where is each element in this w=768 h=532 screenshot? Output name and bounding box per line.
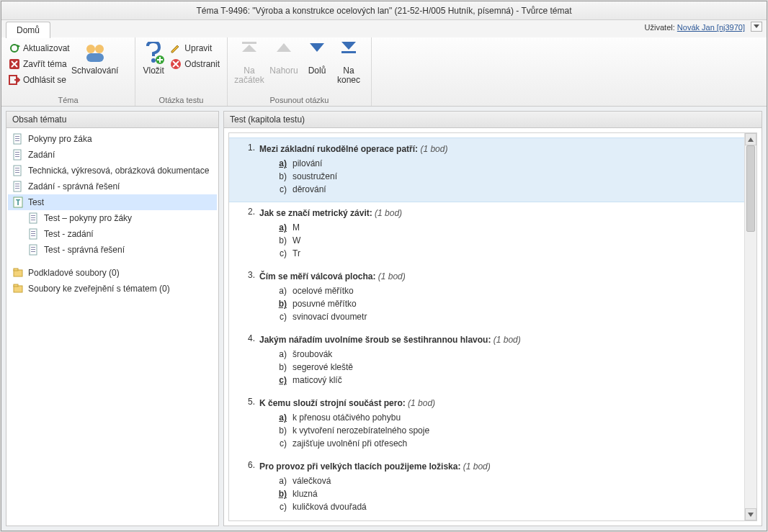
- sidebar-item-label: Pokyny pro žáka: [28, 134, 92, 144]
- answer-row[interactable]: b)W: [274, 234, 730, 247]
- svg-rect-24: [15, 156, 19, 157]
- zavrit-label: Zavřít téma: [23, 59, 67, 69]
- svg-marker-52: [748, 513, 754, 517]
- answer-row[interactable]: c)děrování: [274, 183, 730, 196]
- tab-home[interactable]: Domů: [6, 22, 50, 38]
- svg-rect-31: [15, 186, 19, 186]
- aktualizovat-label: Aktualizovat: [23, 43, 70, 53]
- answer-row[interactable]: a)ocelové měřítko: [274, 284, 730, 297]
- odhlasit-button[interactable]: Odhlásit se: [6, 72, 73, 88]
- question-row[interactable]: 5.K čemu slouží strojní součást pero: (1…: [229, 392, 744, 456]
- nahoru-button[interactable]: Nahoru: [267, 40, 301, 94]
- question-number: 5.: [244, 397, 255, 450]
- vertical-scrollbar[interactable]: [744, 133, 756, 520]
- upravit-button[interactable]: Upravit: [167, 40, 223, 56]
- answer-label: c): [274, 500, 287, 513]
- vlozit-button[interactable]: Vložit: [140, 40, 167, 94]
- answer-row[interactable]: c)zajišťuje uvolnění při otřesech: [274, 437, 730, 450]
- vlozit-label: Vložit: [143, 66, 164, 76]
- answer-row[interactable]: a)k přenosu otáčivého pohybu: [274, 411, 730, 424]
- question-points: (1 bod): [494, 335, 521, 345]
- aktualizovat-button[interactable]: Aktualizovat: [6, 40, 73, 56]
- dolu-button[interactable]: Dolů: [301, 40, 333, 94]
- sidebar-item-label: Podkladové soubory (0): [28, 268, 120, 278]
- answer-row[interactable]: a)M: [274, 221, 730, 234]
- group-tema-label: Téma: [6, 94, 130, 104]
- scroll-up-button[interactable]: [745, 133, 756, 145]
- answer-row[interactable]: a)válečková: [274, 474, 730, 487]
- sidebar-item-label: Test: [28, 197, 44, 207]
- sidebar-item-label: Zadání - správná řešení: [28, 181, 120, 191]
- svg-rect-37: [31, 217, 35, 218]
- svg-rect-26: [15, 168, 19, 168]
- answer-row[interactable]: b)segerové kleště: [274, 361, 730, 374]
- na-konec-button[interactable]: Na konec: [333, 40, 365, 94]
- sidebar-item[interactable]: Zadání - správná řešení: [8, 179, 217, 194]
- approval-icon: [84, 42, 107, 65]
- answer-text: W: [293, 234, 300, 247]
- question-row[interactable]: 2.Jak se značí metrický závit: (1 bod)a)…: [229, 202, 744, 266]
- zavrit-tema-button[interactable]: Zavřít téma: [6, 56, 73, 72]
- svg-rect-48: [14, 269, 18, 271]
- answer-text: ocelové měřítko: [293, 284, 354, 297]
- odstranit-button[interactable]: Odstranit: [167, 56, 223, 72]
- svg-marker-14: [310, 43, 324, 52]
- answer-row[interactable]: a)pilování: [274, 157, 730, 170]
- question-row[interactable]: 4.Jakým nářadím uvolníme šroub se šestih…: [229, 329, 744, 392]
- move-top-icon: [238, 42, 261, 65]
- question-text: Pro provoz při velkých tlacích použijeme…: [259, 461, 463, 472]
- sidebar-item[interactable]: Soubory ke zveřejnění s tématem (0): [8, 281, 217, 297]
- chevron-down-icon: [754, 24, 759, 29]
- scroll-thumb[interactable]: [746, 145, 755, 232]
- schvalovani-button[interactable]: Schvalování: [74, 40, 116, 94]
- sidebar-item[interactable]: Technická, výkresová, obrázková dokument…: [8, 163, 217, 179]
- answer-row[interactable]: c)kuličková dvouřadá: [274, 500, 730, 513]
- sidebar-item[interactable]: Pokyny pro žáka: [8, 131, 217, 147]
- question-number: 2.: [244, 207, 255, 260]
- sidebar-item[interactable]: Test – pokyny pro žáky: [8, 210, 217, 226]
- move-down-icon: [305, 42, 329, 65]
- answer-label: c): [274, 437, 287, 450]
- answer-row[interactable]: c)maticový klíč: [274, 374, 730, 387]
- answer-row[interactable]: b)k vytvoření nerozebíratelného spoje: [274, 424, 730, 437]
- answer-row[interactable]: b)kluzná: [274, 487, 730, 500]
- svg-rect-46: [31, 251, 35, 252]
- question-row[interactable]: 6.Pro provoz při velkých tlacích použije…: [229, 456, 744, 519]
- sidebar-item[interactable]: Zadání: [8, 147, 217, 163]
- answer-text: k vytvoření nerozebíratelného spoje: [293, 424, 429, 437]
- answer-row[interactable]: c)svinovací dvoumetr: [274, 310, 730, 323]
- answer-label: b): [274, 361, 287, 374]
- document-icon: [12, 149, 24, 161]
- question-number: 3.: [244, 270, 255, 323]
- answer-row[interactable]: c)Tr: [274, 247, 730, 260]
- sidebar-item[interactable]: Test - zadání: [8, 226, 217, 242]
- answer-text: Tr: [293, 247, 300, 260]
- answer-row[interactable]: b)soustružení: [274, 170, 730, 183]
- answer-label: c): [274, 310, 287, 323]
- svg-rect-7: [86, 53, 104, 62]
- question-list-scroll[interactable]: 1.Mezi základní rukodělné operace patří:…: [229, 133, 744, 520]
- document-icon: [28, 212, 40, 224]
- delete-icon: [170, 58, 182, 70]
- question-row[interactable]: 7.Náplň v převodových skříních je: (1 bo…: [229, 519, 744, 520]
- user-menu-dropdown[interactable]: [751, 22, 762, 32]
- window-title: Téma T-9496: "Výroba a konstrukce ocelov…: [1, 1, 767, 20]
- answer-label: a): [274, 221, 287, 234]
- answer-row[interactable]: b)posuvné měřítko: [274, 297, 730, 310]
- svg-point-5: [86, 45, 95, 53]
- question-row[interactable]: 1.Mezi základní rukodělné operace patří:…: [229, 137, 744, 202]
- sidebar-item[interactable]: TTest: [8, 194, 217, 210]
- question-text: K čemu slouží strojní součást pero:: [259, 398, 408, 408]
- answer-row[interactable]: a)šroubovák: [274, 348, 730, 361]
- sidebar-item[interactable]: Podkladové soubory (0): [8, 265, 217, 281]
- sidebar-item[interactable]: Test - správná řešení: [8, 242, 217, 258]
- na-zacatek-button[interactable]: Na začátek: [232, 40, 267, 94]
- scroll-down-button[interactable]: [745, 508, 756, 520]
- svg-rect-38: [31, 220, 35, 220]
- svg-rect-11: [242, 42, 256, 44]
- answer-text: válečková: [293, 474, 331, 487]
- user-name-link[interactable]: Novák Jan [nj3970]: [677, 23, 745, 32]
- move-bottom-icon: [337, 42, 360, 65]
- question-row[interactable]: 3.Čím se měří válcová plocha: (1 bod)a)o…: [229, 266, 744, 329]
- na-konec-label: Na konec: [337, 66, 360, 85]
